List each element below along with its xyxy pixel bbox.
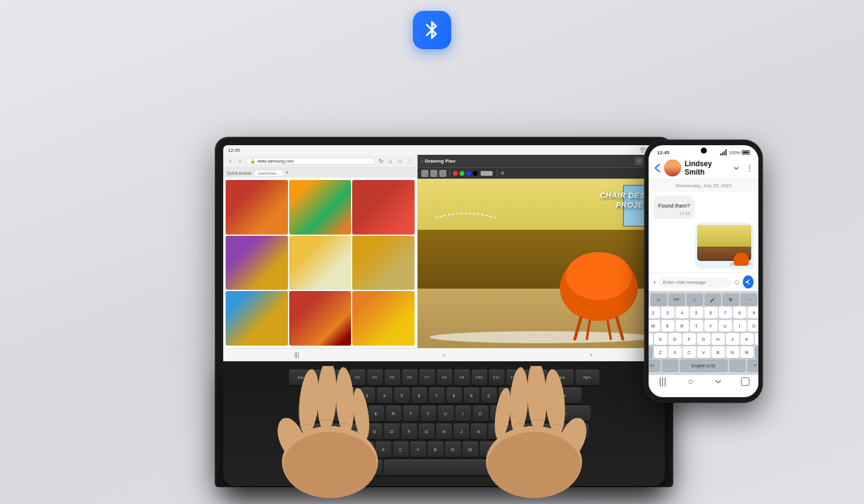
key-esc[interactable]: Esc xyxy=(289,370,313,385)
key-semicolon[interactable]: ; xyxy=(506,424,521,439)
back-btn[interactable]: ‹ xyxy=(227,158,234,165)
key-p[interactable]: P xyxy=(490,406,506,421)
phone-key-t[interactable]: T xyxy=(690,320,703,332)
line-tool[interactable] xyxy=(481,171,493,176)
messages-more-btn[interactable]: ⋮ xyxy=(745,163,754,173)
key-equals[interactable]: = xyxy=(516,388,532,403)
phone-key-8[interactable]: 8 xyxy=(733,307,746,319)
key-f6[interactable]: F6 xyxy=(402,370,418,385)
phone-key-a[interactable]: A xyxy=(649,333,653,345)
key-pgdn[interactable]: PgDn xyxy=(575,370,599,385)
emoji-btn[interactable]: › xyxy=(653,278,656,286)
color-red[interactable] xyxy=(453,171,458,176)
key-f4[interactable]: F4 xyxy=(367,370,383,385)
phone-key-h[interactable]: H xyxy=(712,333,725,345)
eraser-tool[interactable] xyxy=(430,170,437,177)
key-f9[interactable]: F9 xyxy=(454,370,470,385)
key-8[interactable]: 8 xyxy=(446,388,462,403)
key-capslock[interactable]: Caps Lock xyxy=(299,424,347,439)
layer-btn[interactable]: ⊞ xyxy=(500,170,505,176)
key-h[interactable]: H xyxy=(436,424,452,439)
phone-num-key[interactable]: !#1 xyxy=(649,359,661,371)
key-3[interactable]: 3 xyxy=(359,388,375,403)
phone-key-j[interactable]: J xyxy=(726,333,739,345)
phone-key-4[interactable]: 4 xyxy=(676,307,689,319)
key-j[interactable]: J xyxy=(454,424,469,439)
key-slash[interactable]: / xyxy=(515,442,530,457)
key-f2[interactable]: F2 xyxy=(332,370,348,385)
key-a[interactable]: A xyxy=(349,424,365,439)
reload-btn[interactable]: ↻ xyxy=(377,158,385,165)
key-d[interactable]: D xyxy=(384,424,400,439)
phone-key-u[interactable]: U xyxy=(719,320,732,332)
new-tab-btn[interactable]: + xyxy=(286,170,289,176)
phone-backspace-key[interactable]: ⌫ xyxy=(755,346,759,358)
key-f1[interactable]: F1 xyxy=(315,370,331,385)
key-5[interactable]: 5 xyxy=(394,388,410,403)
phone-key-l[interactable]: L xyxy=(755,333,759,345)
send-button[interactable] xyxy=(743,275,754,289)
key-6[interactable]: 6 xyxy=(412,388,427,403)
phone-key-f[interactable]: F xyxy=(683,333,696,345)
key-k[interactable]: K xyxy=(471,424,487,439)
key-shift-right[interactable]: Shift xyxy=(532,442,566,457)
color-blue[interactable] xyxy=(466,171,471,176)
key-f10[interactable]: F10 xyxy=(472,370,487,385)
phone-key-5[interactable]: 5 xyxy=(690,307,703,319)
key-0[interactable]: 0 xyxy=(481,388,497,403)
phone-key-e[interactable]: E xyxy=(661,320,674,332)
key-t[interactable]: T xyxy=(403,406,419,421)
phone-key-z[interactable]: Z xyxy=(654,346,667,358)
key-f11[interactable]: F11 xyxy=(489,370,505,385)
tablet-nav-back[interactable]: ‹ xyxy=(586,350,596,360)
key-comma[interactable]: , xyxy=(480,442,496,457)
key-i[interactable]: I xyxy=(455,406,471,421)
phone-key-d[interactable]: D xyxy=(668,333,682,345)
key-g[interactable]: G xyxy=(419,424,434,439)
key-q[interactable]: Q xyxy=(334,406,349,421)
key-backtick[interactable]: ` xyxy=(307,388,323,403)
phone-mic-key[interactable]: 🎤 xyxy=(704,293,721,305)
phone-settings-key[interactable]: ⚙ xyxy=(722,293,739,305)
phone-key-k[interactable]: K xyxy=(740,333,754,345)
phone-shift-key[interactable]: ⇧ xyxy=(649,346,653,358)
key-ctrl[interactable]: Ctrl xyxy=(341,460,365,475)
key-end[interactable]: End › xyxy=(523,460,547,475)
phone-key-9[interactable]: 9 xyxy=(748,307,759,319)
tablet-nav-home[interactable]: ○ xyxy=(439,350,449,360)
phone-key-r[interactable]: R xyxy=(676,320,689,332)
phone-space-key[interactable]: English (US) xyxy=(680,359,728,371)
phone-key-s[interactable]: S xyxy=(654,333,667,345)
key-tab[interactable]: Tab xyxy=(298,406,332,421)
phone-clip-key[interactable]: 📎 xyxy=(686,293,703,305)
phone-nav-home[interactable]: ○ xyxy=(686,377,695,386)
tab-quick-access[interactable]: Quick access xyxy=(227,171,252,175)
phone-key-b[interactable]: B xyxy=(712,346,725,358)
key-u[interactable]: U xyxy=(438,406,454,421)
key-f12[interactable]: F12 xyxy=(506,370,522,385)
phone-key-7[interactable]: 7 xyxy=(719,307,732,319)
key-4[interactable]: 4 xyxy=(377,388,392,403)
key-bracket-close[interactable]: ] xyxy=(525,406,541,421)
phone-period-key[interactable]: . xyxy=(729,359,746,371)
key-o[interactable]: O xyxy=(473,406,488,421)
phone-gif-key[interactable]: GIF xyxy=(668,293,685,305)
phone-emoji-key[interactable]: ☺ xyxy=(650,293,667,305)
phone-key-c[interactable]: C xyxy=(683,346,696,358)
emoji-picker-btn[interactable]: ☺ xyxy=(733,278,740,286)
phone-key-n[interactable]: N xyxy=(726,346,739,358)
phone-enter-key[interactable]: ↵ xyxy=(747,359,759,371)
key-b[interactable]: B xyxy=(428,442,443,457)
bookmark-btn[interactable]: ☆ xyxy=(397,158,404,165)
key-s[interactable]: S xyxy=(367,424,382,439)
forward-btn[interactable]: › xyxy=(236,158,244,165)
key-1[interactable]: 1 xyxy=(325,388,340,403)
phone-key-x[interactable]: X xyxy=(668,346,682,358)
color-black[interactable] xyxy=(473,171,478,176)
key-e[interactable]: E xyxy=(368,406,384,421)
url-bar[interactable]: 🔒 www.samsung.com xyxy=(246,158,375,165)
key-l[interactable]: L xyxy=(488,424,504,439)
key-n[interactable]: N xyxy=(445,442,461,457)
phone-key-2[interactable]: 2 xyxy=(649,307,660,319)
select-tool[interactable] xyxy=(439,170,446,177)
